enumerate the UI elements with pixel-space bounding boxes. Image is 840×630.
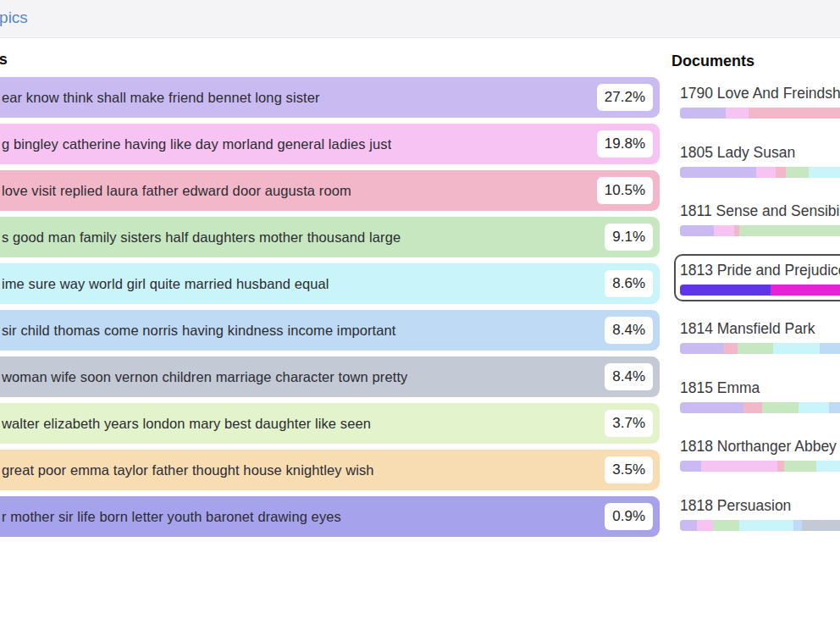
topic-words: ear know think shall make friend bennet … bbox=[0, 90, 320, 106]
topic-segment bbox=[726, 108, 749, 119]
topic-bar-10[interactable]: r mother sir life born letter youth baro… bbox=[0, 496, 660, 537]
topic-percent-badge: 19.8% bbox=[597, 130, 653, 158]
topic-segment bbox=[713, 520, 739, 531]
topic-segment bbox=[809, 167, 840, 178]
topic-segment bbox=[762, 402, 799, 413]
topics-nav-link[interactable]: Topics bbox=[0, 8, 28, 27]
document-item[interactable]: 1818 Persuasion bbox=[680, 496, 840, 555]
topic-segment bbox=[777, 461, 784, 472]
topic-segment bbox=[739, 225, 840, 236]
documents-list: 1790 Love And Freindship 1805 Lady Susan… bbox=[680, 84, 840, 555]
topic-bar-2[interactable]: g bingley catherine having like day morl… bbox=[0, 124, 660, 164]
topic-words: g bingley catherine having like day morl… bbox=[0, 136, 391, 152]
topic-percent-badge: 27.2% bbox=[597, 84, 653, 111]
topic-segment bbox=[786, 167, 809, 178]
topic-segment bbox=[773, 343, 820, 354]
topic-segment bbox=[793, 520, 802, 531]
topic-segment bbox=[829, 402, 840, 413]
topic-distribution-bar bbox=[680, 285, 840, 296]
document-item[interactable]: 1814 Mansfield Park bbox=[680, 319, 840, 379]
topic-segment bbox=[776, 167, 786, 178]
topic-words: great poor emma taylor father thought ho… bbox=[0, 462, 374, 478]
topic-segment bbox=[738, 343, 773, 354]
topic-segment bbox=[680, 108, 726, 119]
topic-bar-7[interactable]: woman wife soon vernon children marriage… bbox=[0, 356, 660, 397]
topic-percent-badge: 3.5% bbox=[605, 456, 653, 484]
topic-segment bbox=[771, 285, 840, 296]
document-title: 1814 Mansfield Park bbox=[680, 319, 840, 337]
topic-segment bbox=[816, 461, 840, 472]
topic-segment bbox=[749, 108, 840, 119]
topic-words: r mother sir life born letter youth baro… bbox=[0, 509, 341, 525]
topic-bar-5[interactable]: ime sure way world girl quite married hu… bbox=[0, 263, 660, 304]
topic-distribution-bar bbox=[680, 225, 840, 236]
topic-words: walter elizabeth years london mary best … bbox=[0, 416, 371, 432]
topic-segment bbox=[680, 167, 756, 178]
document-title: 1805 Lady Susan bbox=[680, 143, 840, 161]
topic-percent-badge: 8.4% bbox=[605, 363, 653, 390]
document-title: 1815 Emma bbox=[680, 379, 840, 396]
topic-percent-badge: 3.7% bbox=[605, 410, 653, 437]
topic-words: ime sure way world girl quite married hu… bbox=[0, 276, 329, 292]
topic-distribution-bar bbox=[680, 343, 840, 354]
topic-percent-badge: 10.5% bbox=[597, 177, 653, 204]
topic-segment bbox=[680, 520, 697, 531]
topic-percent-badge: 9.1% bbox=[605, 224, 653, 251]
topic-percent-badge: 8.4% bbox=[605, 317, 653, 344]
document-title: 1811 Sense and Sensibility bbox=[680, 202, 840, 219]
topic-percent-badge: 8.6% bbox=[605, 270, 653, 297]
topic-segment bbox=[799, 402, 829, 413]
topic-segment bbox=[680, 461, 701, 472]
document-item[interactable]: 1805 Lady Susan bbox=[680, 143, 840, 202]
topic-bar-9[interactable]: great poor emma taylor father thought ho… bbox=[0, 450, 660, 490]
topic-segment bbox=[701, 461, 777, 472]
topic-segment bbox=[784, 461, 816, 472]
topic-bar-8[interactable]: walter elizabeth years london mary best … bbox=[0, 403, 660, 444]
document-title: 1790 Love And Freindship bbox=[680, 84, 840, 102]
topic-segment bbox=[680, 225, 714, 236]
topic-segment bbox=[714, 225, 734, 236]
topics-heading: Topics bbox=[0, 51, 8, 69]
topic-bar-4[interactable]: s good man family sisters half daughters… bbox=[0, 217, 660, 257]
topic-bar-3[interactable]: love visit replied laura father edward d… bbox=[0, 170, 660, 211]
topic-bar-6[interactable]: sir child thomas come norris having kind… bbox=[0, 310, 660, 351]
topic-segment bbox=[802, 520, 840, 531]
topic-segment bbox=[697, 520, 713, 531]
topic-words: sir child thomas come norris having kind… bbox=[0, 323, 396, 339]
topic-percent-badge: 0.9% bbox=[605, 503, 653, 530]
topic-distribution-bar bbox=[680, 520, 840, 531]
document-item[interactable]: 1815 Emma bbox=[680, 379, 840, 438]
documents-heading: Documents bbox=[671, 52, 754, 70]
topic-segment bbox=[680, 402, 743, 413]
document-title: 1818 Persuasion bbox=[680, 496, 840, 514]
document-item[interactable]: 1818 Northanger Abbey bbox=[680, 437, 840, 496]
document-title: 1813 Pride and Prejudice bbox=[680, 261, 840, 279]
topic-words: s good man family sisters half daughters… bbox=[0, 229, 401, 246]
topic-segment bbox=[739, 520, 793, 531]
topic-distribution-bar bbox=[680, 167, 840, 178]
topic-segment bbox=[724, 343, 738, 354]
document-item[interactable]: 1790 Love And Freindship bbox=[680, 84, 840, 143]
topic-model-app: { "colors": { "t1": "#c9baf2", "t2": "#f… bbox=[0, 0, 840, 630]
topic-distribution-bar bbox=[680, 461, 840, 472]
topic-segment bbox=[820, 343, 840, 354]
topic-segment bbox=[756, 167, 776, 178]
topic-words: love visit replied laura father edward d… bbox=[0, 183, 351, 199]
topic-distribution-bar bbox=[680, 108, 840, 119]
document-item[interactable]: 1811 Sense and Sensibility bbox=[680, 202, 840, 261]
document-title: 1818 Northanger Abbey bbox=[680, 437, 840, 455]
topics-list: ear know think shall make friend bennet … bbox=[0, 77, 660, 543]
topic-distribution-bar bbox=[680, 402, 840, 413]
topic-segment bbox=[680, 285, 771, 296]
topic-segment bbox=[680, 343, 724, 354]
topic-segment bbox=[743, 402, 762, 413]
topic-bar-1[interactable]: ear know think shall make friend bennet … bbox=[0, 77, 660, 118]
topic-words: woman wife soon vernon children marriage… bbox=[0, 369, 407, 385]
top-nav-bar: Topics bbox=[0, 0, 840, 38]
document-item[interactable]: 1813 Pride and Prejudice bbox=[680, 261, 840, 320]
